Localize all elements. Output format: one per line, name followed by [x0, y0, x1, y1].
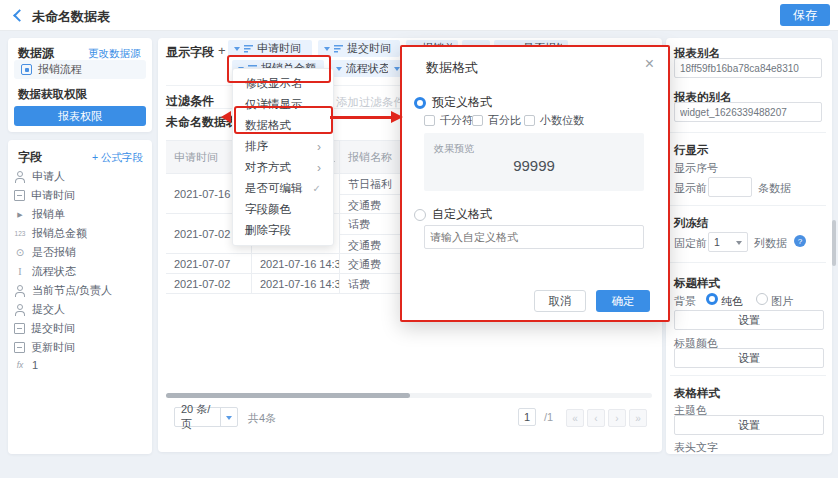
menu-item-label: 对齐方式	[245, 160, 291, 175]
report-permission-button[interactable]: 报表权限	[14, 106, 146, 126]
decimal-places-checkbox[interactable]: 小数位数	[524, 113, 584, 128]
field-item[interactable]: 更新时间	[14, 340, 75, 355]
freeze-count-value: 1	[714, 236, 720, 248]
datasource-item[interactable]: 报销流程	[14, 60, 146, 79]
field-item[interactable]: 申请人	[14, 169, 65, 184]
display-fields-label: 显示字段	[166, 44, 214, 61]
next-page-button[interactable]: ›	[608, 409, 626, 427]
alias-input[interactable]	[674, 58, 822, 78]
radio-selected-icon	[414, 97, 426, 109]
widget-alias-input[interactable]	[674, 102, 822, 122]
bg-image-radio[interactable]	[756, 293, 768, 305]
menu-item-sort[interactable]: 排序›	[233, 136, 333, 157]
show-index-label[interactable]: 显示序号	[674, 161, 718, 176]
permission-title: 数据获取权限	[18, 87, 87, 102]
field-item[interactable]: 1	[14, 359, 38, 371]
predefined-format-option[interactable]: 预定义格式	[414, 94, 492, 111]
help-icon[interactable]: ?	[794, 235, 806, 247]
bg-image-label[interactable]: 图片	[771, 294, 793, 309]
custom-format-option[interactable]: 自定义格式	[414, 206, 492, 223]
checkbox-icon	[424, 115, 435, 126]
menu-item-data-format[interactable]: 数据格式	[233, 115, 333, 136]
last-page-button[interactable]: »	[629, 409, 647, 427]
confirm-button[interactable]: 确定	[596, 290, 650, 312]
cell-submit-time: 2021-07-16 14:37:45	[252, 274, 340, 293]
menu-item-delete-field[interactable]: 删除字段	[233, 220, 333, 241]
chevron-down-icon	[336, 67, 342, 74]
menu-item-label: 排序	[245, 139, 268, 154]
calendar-icon	[14, 190, 25, 201]
prev-page-button[interactable]: ‹	[587, 409, 605, 427]
field-label: 报销总金额	[32, 226, 87, 241]
cancel-button[interactable]: 取消	[534, 290, 586, 312]
field-label: 提交时间	[31, 321, 75, 336]
field-label: 申请人	[32, 169, 65, 184]
page-total: /1	[544, 411, 553, 423]
close-icon[interactable]: ×	[645, 55, 654, 73]
checkbox-label: 百分比	[488, 113, 521, 128]
chevron-down-icon	[736, 241, 742, 248]
header-text-label: 表头文字	[674, 440, 718, 455]
menu-item-detail-only[interactable]: 仅详情显示	[233, 94, 333, 115]
calendar-icon	[14, 323, 25, 334]
show-first-count-input[interactable]	[708, 177, 752, 197]
menu-item-label: 修改显示名	[245, 76, 303, 91]
submenu-arrow-icon: ›	[317, 140, 321, 154]
chip-label: 申请时间	[257, 41, 301, 56]
thousands-separator-checkbox[interactable]: 千分符	[424, 113, 473, 128]
user-icon	[14, 304, 26, 316]
percentage-checkbox[interactable]: 百分比	[472, 113, 521, 128]
chevron-down-icon	[324, 47, 330, 54]
field-label: 申请时间	[31, 188, 75, 203]
freeze-count-select[interactable]: 1	[708, 232, 748, 252]
field-item[interactable]: 提交时间	[14, 321, 75, 336]
submenu-arrow-icon: ›	[317, 161, 321, 175]
row-display-section: 行显示	[674, 143, 709, 158]
bg-solid-label[interactable]: 纯色	[721, 294, 743, 309]
page-size-select[interactable]: 20 条/页	[174, 407, 238, 427]
divider	[670, 205, 826, 206]
field-item[interactable]: 是否报销	[14, 245, 76, 260]
first-page-button[interactable]: «	[566, 409, 584, 427]
modal-title: 数据格式	[426, 59, 478, 77]
save-button[interactable]: 保存	[780, 4, 830, 26]
field-context-menu: 修改显示名 仅详情显示 数据格式 排序› 对齐方式› 是否可编辑✓ 字段颜色 删…	[232, 68, 334, 246]
change-datasource-link[interactable]: 更改数据源	[88, 47, 141, 61]
custom-format-input[interactable]	[424, 225, 644, 249]
bg-solid-radio[interactable]	[706, 293, 718, 305]
show-first-prefix: 显示前	[674, 181, 707, 196]
field-item[interactable]: 流程状态	[14, 264, 76, 279]
field-label: 报销单	[32, 207, 65, 222]
field-label: 1	[32, 359, 38, 371]
expand-triangle-icon	[14, 209, 26, 221]
menu-item-align[interactable]: 对齐方式›	[233, 157, 333, 178]
theme-color-setting-button[interactable]: 设置	[674, 415, 824, 435]
title-style-section: 标题样式	[674, 276, 720, 291]
title-color-setting-button[interactable]: 设置	[674, 348, 824, 368]
page-title: 未命名数据表	[32, 8, 110, 26]
field-item[interactable]: 提交人	[14, 302, 65, 317]
flow-icon	[21, 64, 32, 75]
menu-item-field-color[interactable]: 字段颜色	[233, 199, 333, 220]
bg-setting-button[interactable]: 设置	[674, 310, 824, 330]
menu-item-rename[interactable]: 修改显示名	[233, 73, 333, 94]
add-formula-field-link[interactable]: + 公式字段	[92, 151, 143, 165]
field-chip-submit-time[interactable]: 提交时间	[318, 40, 400, 57]
page-number-input[interactable]: 1	[518, 408, 536, 426]
cell-submit-time: 2021-07-16 14:37:27	[252, 254, 340, 273]
preview-value: 99999	[424, 157, 644, 174]
predefined-format-label: 预定义格式	[432, 94, 492, 111]
menu-item-editable[interactable]: 是否可编辑✓	[233, 178, 333, 199]
field-item[interactable]: 报销单	[14, 207, 65, 222]
menu-item-label: 删除字段	[245, 223, 291, 238]
field-chip-apply-time[interactable]: 申请时间	[228, 40, 312, 57]
field-item[interactable]: 申请时间	[14, 188, 75, 203]
table-title: 未命名数据表	[166, 114, 238, 131]
custom-format-label: 自定义格式	[432, 206, 492, 223]
v-scrollbar-thumb[interactable]	[832, 220, 836, 266]
add-display-field-button[interactable]: +	[218, 43, 226, 58]
field-item[interactable]: 报销总金额	[14, 226, 87, 241]
field-item[interactable]: 当前节点/负责人	[14, 283, 112, 298]
checkbox-icon	[524, 115, 535, 126]
h-scrollbar-thumb[interactable]	[166, 393, 410, 398]
